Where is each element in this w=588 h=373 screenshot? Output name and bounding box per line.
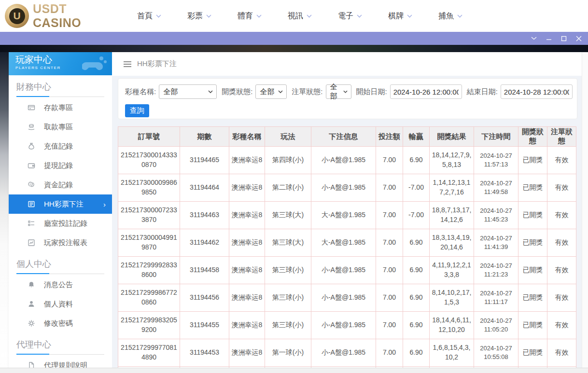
lottery-name-select[interactable]: 全部 — [159, 84, 217, 99]
sidebar-item[interactable]: 充值記錄 — [9, 137, 112, 156]
cell-win-loss: -7.00 — [403, 202, 430, 229]
horizontal-scrollbar[interactable] — [0, 368, 588, 373]
sidebar-item[interactable]: 個人資料 — [9, 294, 112, 314]
cell-draw-result: 8,14,10,2,17,1,5,3 — [430, 284, 474, 312]
sidebar-item-label: 提現記錄 — [44, 161, 73, 170]
cell-bet-info: 小-A盤@1.985 — [311, 147, 376, 174]
window-close-icon[interactable] — [571, 32, 586, 45]
nav-menu-item[interactable]: 體育 — [224, 11, 275, 21]
section-title: 代理中心 — [16, 340, 112, 350]
start-date-label: 開始日期: — [356, 87, 387, 97]
chevron-down-icon — [407, 14, 412, 18]
nav-menu-label: 首頁 — [137, 11, 153, 21]
section-divider — [16, 273, 104, 274]
column-header: 玩法 — [265, 127, 311, 147]
bets-table: 訂單號期數彩種名稱玩法下注信息投注額輸贏開獎結果下注時間開獎狀態注單狀態 215… — [118, 126, 576, 373]
nav-menu-item[interactable]: 彩票 — [174, 11, 224, 21]
withdraw-hand-icon — [27, 123, 36, 131]
nav-menu-label: 捕魚 — [438, 11, 454, 21]
cell-draw-status: 已開獎 — [518, 257, 547, 284]
cell-bet-amount: 7.00 — [376, 257, 403, 284]
table-header-row: 訂單號期數彩種名稱玩法下注信息投注額輸贏開獎結果下注時間開獎狀態注單狀態 — [118, 127, 576, 147]
window-minimize-icon[interactable] — [541, 32, 556, 45]
brand-name: USDT CASINO — [33, 2, 113, 30]
hamburger-menu-icon[interactable] — [124, 61, 131, 67]
recharge-bag-icon — [27, 142, 36, 151]
sidebar-item[interactable]: HH彩票下注 › — [9, 194, 112, 214]
section-title: 財務中心 — [16, 82, 112, 92]
cell-lottery-name: 澳洲幸运8 — [229, 339, 265, 367]
vertical-scrollbar[interactable] — [582, 52, 588, 368]
cell-bet-amount: 7.00 — [376, 339, 403, 367]
nav-menu-item[interactable]: 捕魚 — [425, 11, 476, 21]
cell-order-status: 有效 — [547, 147, 576, 174]
cell-bet-info: 小-A盤@1.985 — [311, 257, 376, 284]
top-nav-bar: U USDT CASINO 首頁 彩票 — [0, 0, 588, 32]
lottery-list-icon — [27, 200, 36, 208]
cell-play-type: 第三球(大) — [265, 229, 311, 257]
sidebar-section-finance: 財務中心 存款專區 取款專區 — [9, 82, 112, 252]
draw-status-select[interactable]: 全部 — [255, 84, 287, 99]
window-maximize-icon[interactable] — [556, 32, 571, 45]
cell-bet-amount: 7.00 — [376, 202, 403, 229]
cell-period: 31194465 — [180, 147, 229, 174]
cell-bet-time: 2024-10-27 11:57:13 — [474, 147, 518, 174]
chevron-right-icon: › — [103, 200, 106, 208]
background-image-strip — [0, 45, 588, 52]
cell-period: 31194458 — [180, 257, 229, 284]
cell-bet-info: 小-A盤@1.985 — [311, 339, 376, 367]
sidebar-item[interactable]: 取款專區 — [9, 117, 112, 137]
sidebar-item[interactable]: 修改密碼 — [9, 314, 112, 333]
cell-order-no: 2152172999928338600 — [118, 257, 180, 284]
cell-bet-time: 2024-10-27 11:41:39 — [474, 229, 518, 257]
cell-lottery-name: 澳洲幸运8 — [229, 284, 265, 312]
sidebar-item-label: 資金記錄 — [44, 180, 73, 190]
cell-bet-info: 大-A盤@1.985 — [311, 202, 376, 229]
bell-icon — [27, 280, 36, 289]
gamepad-icon — [82, 55, 107, 72]
cell-period: 31194464 — [180, 174, 229, 202]
cell-order-status: 有效 — [547, 257, 576, 284]
sidebar-item[interactable]: 廳室投註記錄 — [9, 214, 112, 233]
end-date-input[interactable] — [501, 84, 573, 99]
sidebar-item-label: 廳室投註記錄 — [44, 219, 87, 228]
sidebar-item[interactable]: 存款專區 — [9, 98, 112, 117]
cell-win-loss: 6.90 — [403, 229, 430, 257]
sidebar-item[interactable]: 提現記錄 — [9, 156, 112, 175]
query-button[interactable]: 查詢 — [125, 104, 149, 117]
cell-period: 31194456 — [180, 284, 229, 312]
cell-draw-status: 已開獎 — [518, 202, 547, 229]
nav-menu-item[interactable]: 棋牌 — [375, 11, 425, 21]
cell-draw-status: 已開獎 — [518, 147, 547, 174]
brand-logo[interactable]: U USDT CASINO — [0, 2, 113, 30]
chevron-down-icon — [457, 14, 462, 18]
cell-bet-amount: 7.00 — [376, 284, 403, 312]
end-date-label: 結束日期: — [467, 87, 498, 97]
cell-order-no: 2152172999832059200 — [118, 312, 180, 339]
nav-menu-item[interactable]: 首頁 — [124, 11, 174, 21]
lottery-name-label: 彩種名稱: — [125, 87, 156, 97]
cell-win-loss: 6.90 — [403, 339, 430, 367]
cell-play-type: 第一球(小) — [265, 339, 311, 367]
cell-bet-amount: 7.00 — [376, 229, 403, 257]
sidebar-item[interactable]: 資金記錄 — [9, 175, 112, 194]
nav-menu-label: 棋牌 — [388, 11, 404, 21]
table-row: 2152173000072333870 31194463 澳洲幸运8 第三球(大… — [118, 202, 576, 229]
window-chevron-icon[interactable] — [526, 32, 541, 45]
sidebar-item[interactable]: 玩家投注報表 — [9, 233, 112, 252]
main-content: HH彩票下注 彩種名稱: 全部 開獎狀態: 全部 注單狀態: 全部 — [112, 52, 588, 373]
cell-lottery-name: 澳洲幸运8 — [229, 312, 265, 339]
cell-order-no: 2152172999770814890 — [118, 339, 180, 367]
sidebar-item[interactable]: 消息公告 — [9, 275, 112, 294]
cell-draw-result: 18,14,4,6,11,12,10,20 — [430, 312, 474, 339]
cell-period: 31194462 — [180, 229, 229, 257]
column-header: 開獎狀態 — [518, 127, 547, 147]
column-header: 彩種名稱 — [229, 127, 265, 147]
start-date-input[interactable] — [390, 84, 462, 99]
table-row: 2152172999832059200 31194455 澳洲幸运8 第三球(小… — [118, 312, 576, 339]
order-status-select[interactable]: 全部 — [326, 84, 351, 99]
nav-menu-item[interactable]: 電子 — [325, 11, 375, 21]
nav-menu-item[interactable]: 視訊 — [275, 11, 325, 21]
cell-play-type: 第二球(小) — [265, 174, 311, 202]
nav-menu-label: 體育 — [238, 11, 253, 21]
